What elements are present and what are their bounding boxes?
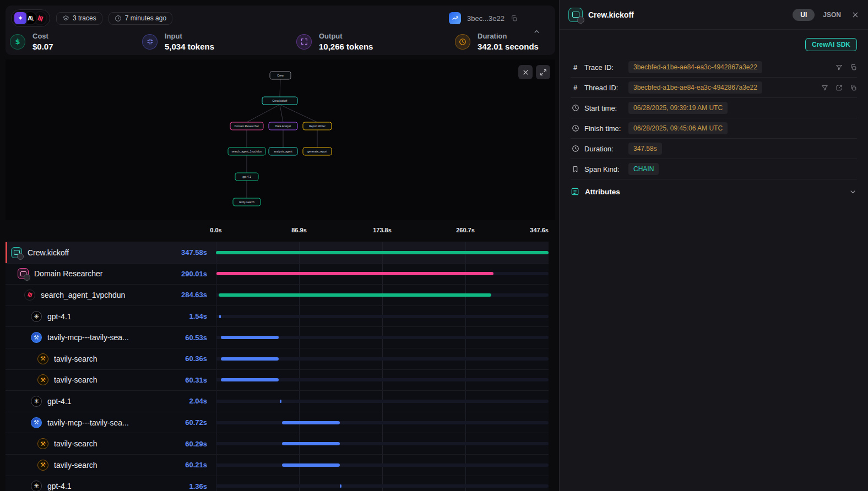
close-graph-button[interactable] (518, 65, 533, 79)
detail-label: Span Kind: (584, 165, 624, 173)
attributes-icon (571, 187, 579, 196)
detail-value[interactable]: 06/28/2025, 09:45:06 AM UTC (628, 122, 728, 134)
timeline-tick: 260.7s (456, 227, 475, 233)
detail-label: Trace ID: (584, 63, 624, 72)
attributes-section-header[interactable]: Attributes (571, 179, 857, 204)
close-panel-button[interactable] (851, 11, 859, 19)
trace-row-gpt-4-1[interactable]: ✳gpt-4.11.54s (6, 306, 549, 328)
stat-label: Cost (32, 32, 53, 40)
trace-row-gpt-4-1[interactable]: ✳gpt-4.12.04s (6, 391, 549, 412)
graph-node-crew-kickoff[interactable]: Crew.kickoff (262, 97, 297, 105)
trace-id-group: 3bec...3e22 (449, 12, 550, 24)
stat-output: Output10,266 tokens (296, 32, 373, 51)
panel-title: Crew.kickoff (588, 10, 634, 19)
filter-icon[interactable] (821, 84, 828, 91)
duration-track (216, 421, 549, 424)
span-name: tavily-mcp---tavily-sea... (47, 418, 129, 427)
graph-node-generate-report[interactable]: generate_report (303, 148, 332, 155)
stat-label: Duration (478, 32, 539, 40)
span-name: gpt-4.1 (47, 482, 72, 490)
integration-avatars: ✦ A\ (11, 9, 50, 27)
detail-actions (836, 64, 857, 71)
stats-row: $Cost$0.07Input5,034 tokensOutput10,266 … (6, 31, 555, 55)
graph-node-analysis-agent[interactable]: analysis_agent (269, 148, 297, 155)
detail-value[interactable]: CHAIN (628, 163, 659, 175)
span-name: tavily-search (54, 439, 97, 448)
stat-value: 10,266 tokens (319, 42, 373, 51)
graph-node-domain-researcher[interactable]: Domain Researcher (230, 122, 263, 130)
trace-view: ✦ A\ 3 traces 7 minutes ago 3bec...3e22 … (0, 0, 559, 491)
tab-json[interactable]: JSON (823, 11, 841, 19)
trace-row-tavily-search[interactable]: ⚒tavily-search60.21s (6, 455, 549, 476)
trace-row-tavily-search[interactable]: ⚒tavily-search60.29s (6, 433, 549, 455)
trace-toolbar: ✦ A\ 3 traces 7 minutes ago 3bec...3e22 (6, 6, 555, 31)
svg-text:generate_report: generate_report (307, 150, 327, 153)
detail-value[interactable]: 3becbfed-a1be-ae84-ea3c-4942867a3e22 (628, 81, 762, 94)
trace-row-search-agent-1vpchdun[interactable]: search_agent_1vpchdun284.63s (6, 285, 549, 306)
collapse-stats-button[interactable] (533, 28, 541, 37)
trace-row-tavily-mcp-tavily-sea-[interactable]: ⚒tavily-mcp---tavily-sea...60.53s (6, 327, 549, 348)
openai-icon: ✳ (31, 481, 42, 491)
bookmark-icon (571, 166, 580, 173)
close-icon (851, 11, 859, 19)
duration-bar (282, 421, 340, 424)
graph-node-search-agent-1vpchdun[interactable]: search_agent_1vpchdun (228, 148, 265, 155)
detail-value[interactable]: 3becbfed-a1be-ae84-ea3c-4942867a3e22 (628, 61, 762, 73)
clock-icon (115, 15, 122, 22)
detail-value[interactable]: 06/28/2025, 09:39:19 AM UTC (628, 102, 728, 114)
span-duration: 1.54s (189, 312, 216, 320)
trace-waterfall: Crew.kickoff347.58sDomain Researcher290.… (6, 242, 549, 491)
span-name: tavily-mcp---tavily-sea... (47, 333, 129, 342)
span-duration: 2.04s (189, 397, 216, 405)
graph-node-report-writer[interactable]: Report Writer (303, 122, 332, 130)
expand-icon (540, 69, 547, 76)
trace-row-tavily-search[interactable]: ⚒tavily-search60.36s (6, 348, 549, 370)
svg-text:Data Analyst: Data Analyst (275, 124, 291, 128)
span-duration: 347.58s (181, 248, 216, 257)
span-waterfall (216, 327, 549, 348)
detail-value[interactable]: 347.58s (628, 143, 662, 155)
mcp-blue-icon: ⚒ (31, 417, 42, 428)
wrench-amber-icon: ⚒ (37, 374, 48, 385)
graph-edge (247, 105, 280, 122)
copy-trace-id-button[interactable] (511, 15, 518, 22)
span-waterfall (216, 433, 549, 454)
trace-row-tavily-mcp-tavily-sea-[interactable]: ⚒tavily-mcp---tavily-sea...60.72s (6, 412, 549, 434)
trace-row-domain-researcher[interactable]: Domain Researcher290.01s (6, 264, 549, 285)
copy-icon[interactable] (850, 84, 857, 91)
time-ago-badge: 7 minutes ago (109, 12, 172, 25)
trace-row-gpt-4-1[interactable]: ✳gpt-4.11.36s (6, 476, 549, 491)
expand-graph-button[interactable] (536, 65, 550, 79)
span-name: tavily-search (54, 461, 97, 470)
filter-icon[interactable] (836, 64, 843, 71)
svg-text:tavily-search: tavily-search (239, 200, 254, 204)
copy-icon[interactable] (850, 64, 857, 71)
svg-text:Report Writer: Report Writer (309, 124, 326, 128)
graph-edge (280, 105, 317, 122)
agent-pink-icon (18, 268, 29, 279)
span-duration: 60.29s (185, 440, 216, 448)
trace-row-tavily-search[interactable]: ⚒tavily-search60.31s (6, 370, 549, 391)
span-duration: 60.31s (185, 376, 216, 384)
duration-bar (219, 315, 221, 318)
close-icon (522, 69, 529, 76)
stat-input: Input5,034 tokens (142, 32, 214, 51)
external-icon[interactable] (836, 84, 843, 91)
span-waterfall (216, 306, 549, 327)
traces-count-badge[interactable]: 3 traces (56, 12, 102, 25)
tab-ui[interactable]: UI (793, 9, 815, 21)
grid-line (465, 476, 466, 491)
span-duration: 60.72s (185, 418, 216, 427)
graph-node-gpt-4-1[interactable]: gpt-4.1 (235, 173, 258, 181)
wrench-amber-icon: ⚒ (37, 353, 48, 364)
duration-bar (216, 272, 494, 275)
stat-value: $0.07 (32, 42, 53, 51)
graph-node-data-analyst[interactable]: Data Analyst (269, 122, 297, 130)
duration-bar (221, 357, 279, 361)
graph-node-tavily-search[interactable]: tavily-search (233, 198, 261, 206)
graph-node-crew[interactable]: Crew (270, 72, 291, 79)
stat-cost: $Cost$0.07 (10, 32, 53, 51)
trace-row-crew-kickoff[interactable]: Crew.kickoff347.58s (6, 242, 549, 264)
span-waterfall (216, 242, 549, 263)
detail-label: Thread ID: (584, 84, 624, 92)
